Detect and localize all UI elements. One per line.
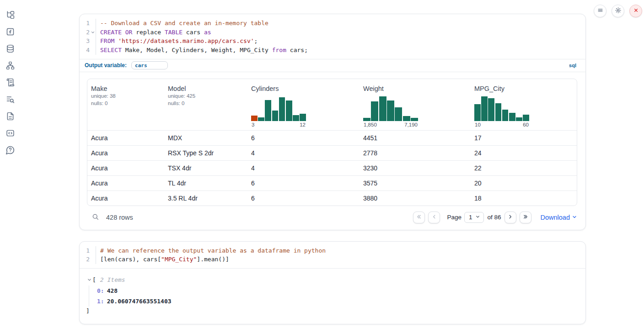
- line-number: 2: [80, 255, 90, 264]
- column-header-model[interactable]: Modelunique: 425nulls: 0: [164, 85, 247, 127]
- histogram-bar: [523, 115, 529, 121]
- code-line: 1# We can reference the output variable …: [80, 246, 585, 255]
- table-cell: Acura: [87, 149, 164, 157]
- table-cell: 20: [471, 180, 577, 187]
- sidebar-dependency-graph-icon[interactable]: [5, 60, 16, 71]
- line-number: 4: [80, 46, 90, 55]
- results-table: Makeunique: 38nulls: 0Modelunique: 425nu…: [87, 79, 577, 206]
- download-label: Download: [541, 214, 570, 221]
- python-code-editor[interactable]: 1# We can reference the output variable …: [80, 242, 585, 268]
- python-cell: 1# We can reference the output variable …: [79, 241, 586, 324]
- axis-min-label: 1,850: [364, 122, 377, 127]
- sidebar-logs-icon[interactable]: [5, 94, 16, 105]
- table-row: AcuraTSX 4dr4323022: [87, 160, 577, 175]
- column-header-cylinders[interactable]: Cylinders312: [247, 85, 360, 127]
- chevron-down-icon: [572, 213, 577, 221]
- sidebar-database-icon[interactable]: [5, 43, 16, 54]
- column-histogram: [251, 96, 306, 121]
- histogram-bar: [387, 100, 394, 121]
- table-cell: 22: [471, 164, 577, 172]
- code-text: -- Download a CSV and create an in-memor…: [96, 19, 268, 28]
- search-button[interactable]: [90, 212, 100, 222]
- column-stat: unique: 38: [91, 92, 164, 100]
- table-row: AcuraRSX Type S 2dr4277824: [87, 145, 577, 160]
- menu-button[interactable]: [594, 5, 606, 17]
- sql-cell-output: Makeunique: 38nulls: 0Modelunique: 425nu…: [80, 72, 585, 230]
- last-page-button[interactable]: [520, 211, 531, 223]
- column-name: Weight: [363, 85, 471, 92]
- gear-icon: [615, 7, 622, 15]
- chevrons-right-icon: [522, 214, 528, 221]
- histogram-bar: [403, 116, 410, 121]
- next-page-button[interactable]: [504, 211, 516, 223]
- language-badge[interactable]: sql: [569, 63, 576, 68]
- table-cell: 6: [247, 195, 360, 202]
- sql-code-editor[interactable]: 1-- Download a CSV and create an in-memo…: [80, 14, 585, 59]
- output-variable-label: Output variable:: [85, 62, 127, 69]
- fold-spacer: [90, 246, 96, 255]
- chevrons-left-icon: [416, 214, 422, 221]
- histogram-bar: [265, 100, 271, 121]
- output-variable-input[interactable]: [131, 61, 168, 69]
- table-cell: Acura: [87, 180, 164, 187]
- column-header-weight[interactable]: Weight1,8507,190: [360, 85, 471, 127]
- column-name: MPG_City: [474, 85, 577, 92]
- tree-collapse-toggle[interactable]: [86, 277, 92, 282]
- column-header-make[interactable]: Makeunique: 38nulls: 0: [87, 85, 164, 127]
- column-header-mpg_city[interactable]: MPG_City1060: [471, 85, 577, 127]
- sidebar-snippets-icon[interactable]: [5, 127, 16, 138]
- histogram-bar: [300, 114, 306, 121]
- sidebar-documentation-icon[interactable]: [5, 111, 16, 122]
- first-page-button[interactable]: [413, 211, 425, 223]
- column-histogram: [474, 96, 529, 121]
- table-cell: 3575: [360, 180, 471, 187]
- histogram-bar: [481, 96, 488, 121]
- sidebar-help-icon[interactable]: [5, 144, 16, 155]
- page-label: Page: [447, 214, 462, 221]
- items-count-label: 2 Items: [100, 276, 125, 283]
- table-cell: 24: [471, 149, 577, 157]
- pagination: Page 1 of 86 Download: [410, 211, 577, 223]
- sidebar-scratchpad-icon[interactable]: [5, 77, 16, 88]
- histogram-bar: [495, 103, 502, 121]
- sidebar-function-square-icon[interactable]: [5, 26, 16, 37]
- histogram-bar: [371, 101, 378, 121]
- axis-max-label: 60: [523, 122, 529, 127]
- table-cell: 3880: [360, 195, 471, 202]
- hamburger-menu-icon: [597, 7, 604, 15]
- left-sidebar: [0, 0, 20, 155]
- table-cell: RSX Type S 2dr: [164, 149, 247, 157]
- axis-min-label: 3: [252, 122, 254, 127]
- output-variable-bar: Output variable: sql: [80, 59, 585, 72]
- histogram-axis: 1,8507,190: [363, 122, 418, 127]
- code-text: FROM 'https://datasets.marimo.app/cars.c…: [96, 37, 258, 46]
- histogram-bar: [474, 104, 481, 121]
- previous-page-button[interactable]: [428, 211, 440, 223]
- tree-entry-key: 1:: [97, 298, 104, 305]
- code-line: 4SELECT Make, Model, Cylinders, Weight, …: [80, 46, 585, 55]
- fold-chevron-icon[interactable]: [90, 28, 96, 37]
- sidebar-file-tree-icon[interactable]: [5, 9, 16, 20]
- histogram-bar: [509, 113, 515, 121]
- code-text: [len(cars), cars["MPG_City"].mean()]: [96, 255, 229, 264]
- table-cell: 2778: [360, 149, 471, 157]
- tree-root: [ 2 Items: [86, 275, 577, 285]
- column-name: Cylinders: [251, 85, 360, 92]
- close-icon: [633, 7, 639, 15]
- close-button[interactable]: [629, 5, 642, 17]
- code-text: # We can reference the output variable a…: [96, 246, 326, 255]
- page-select[interactable]: 1: [464, 212, 484, 223]
- fold-spacer: [90, 37, 96, 46]
- tree-entry: 0:428: [97, 285, 577, 296]
- download-button[interactable]: Download: [541, 213, 578, 221]
- settings-button[interactable]: [612, 5, 624, 17]
- histogram-bar: [272, 111, 279, 121]
- table-cell: 3230: [360, 164, 471, 172]
- bracket-open: [: [92, 276, 96, 283]
- table-row: AcuraMDX6445117: [87, 130, 577, 145]
- histogram-bar: [379, 96, 386, 121]
- column-stat: nulls: 0: [168, 100, 247, 107]
- histogram-bar: [502, 110, 509, 121]
- code-line: 1-- Download a CSV and create an in-memo…: [80, 19, 585, 28]
- histogram-bar: [363, 118, 370, 121]
